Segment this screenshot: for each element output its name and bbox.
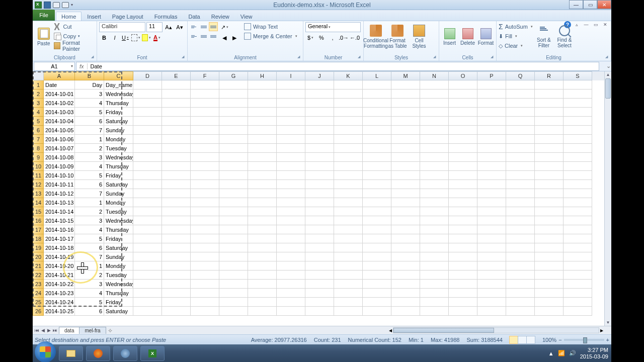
cell-E3[interactable] [162,99,191,108]
cell-N16[interactable] [420,216,449,225]
cell-Q19[interactable] [506,243,535,252]
cell-O5[interactable] [449,117,477,126]
cell-P4[interactable] [477,108,506,117]
sheet-tab-melfra[interactable]: mel-fra [79,327,106,334]
fill-button[interactable] [141,33,151,43]
cell-Q8[interactable] [506,144,535,153]
cell-M23[interactable] [391,280,420,289]
cell-G7[interactable] [219,135,248,144]
minimize-button[interactable]: — [569,0,583,9]
row-header-9[interactable]: 9 [33,153,44,162]
cell-A16[interactable]: 2014-10-15 [44,216,75,225]
cell-G19[interactable] [219,243,248,252]
cell-B17[interactable]: 4 [75,225,104,234]
cell-I22[interactable] [277,270,305,280]
cell-P23[interactable] [477,280,506,289]
decrease-decimal-button[interactable]: ←.0 [350,33,360,43]
cell-S21[interactable] [564,261,592,270]
cell-G26[interactable] [219,307,248,316]
cell-J22[interactable] [305,270,334,280]
cell-I19[interactable] [277,243,305,252]
cell-J1[interactable] [305,80,334,89]
cell-K10[interactable] [334,162,363,171]
cell-C19[interactable]: Saturday [104,243,133,252]
cell-S1[interactable] [564,80,592,89]
cell-J6[interactable] [305,126,334,135]
cell-M8[interactable] [391,144,420,153]
cell-O19[interactable] [449,243,477,252]
cell-M6[interactable] [391,126,420,135]
cell-O4[interactable] [449,108,477,117]
taskbar-excel[interactable]: X [140,346,165,361]
cell-I13[interactable] [277,189,305,198]
cell-R9[interactable] [535,153,564,162]
cell-R25[interactable] [535,298,564,307]
cell-F23[interactable] [191,280,219,289]
cell-N19[interactable] [420,243,449,252]
cell-O16[interactable] [449,216,477,225]
excel-icon[interactable] [35,2,42,9]
cell-K18[interactable] [334,234,363,243]
cell-C22[interactable]: Tuesday [104,270,133,280]
cell-E11[interactable] [162,171,191,180]
cell-D19[interactable] [133,243,162,252]
cell-F14[interactable] [191,198,219,207]
cell-H21[interactable] [248,261,277,270]
column-header-A[interactable]: A [44,71,75,80]
cell-K22[interactable] [334,270,363,280]
cell-G23[interactable] [219,280,248,289]
cell-P3[interactable] [477,99,506,108]
underline-button[interactable]: U [120,33,130,43]
cell-M12[interactable] [391,180,420,189]
cell-K13[interactable] [334,189,363,198]
cell-P24[interactable] [477,289,506,298]
cell-S2[interactable] [564,89,592,99]
row-header-21[interactable]: 21 [33,261,44,270]
cell-P25[interactable] [477,298,506,307]
cell-S22[interactable] [564,270,592,280]
cell-C17[interactable]: Thursday [104,225,133,234]
cell-Q1[interactable] [506,80,535,89]
cell-I11[interactable] [277,171,305,180]
cell-S17[interactable] [564,225,592,234]
cell-R5[interactable] [535,117,564,126]
cell-Q2[interactable] [506,89,535,99]
column-header-O[interactable]: O [449,71,477,80]
cell-J14[interactable] [305,198,334,207]
cell-H10[interactable] [248,162,277,171]
cell-B16[interactable]: 3 [75,216,104,225]
cell-I23[interactable] [277,280,305,289]
align-top-center[interactable] [199,22,208,31]
save-icon[interactable] [44,2,51,9]
cell-K6[interactable] [334,126,363,135]
cell-G16[interactable] [219,216,248,225]
cell-E26[interactable] [162,307,191,316]
cell-F16[interactable] [191,216,219,225]
cell-H17[interactable] [248,225,277,234]
cell-A21[interactable]: 2014-10-20 [44,261,75,270]
cell-S23[interactable] [564,280,592,289]
cell-C16[interactable]: Wednesday [104,216,133,225]
cell-G10[interactable] [219,162,248,171]
cell-Q14[interactable] [506,198,535,207]
cell-B8[interactable]: 2 [75,144,104,153]
cell-S12[interactable] [564,180,592,189]
cell-A7[interactable]: 2014-10-06 [44,135,75,144]
cell-R6[interactable] [535,126,564,135]
cell-B18[interactable]: 5 [75,234,104,243]
cell-N2[interactable] [420,89,449,99]
row-header-14[interactable]: 14 [33,198,44,207]
cell-Q18[interactable] [506,234,535,243]
cell-C11[interactable]: Friday [104,171,133,180]
cell-M17[interactable] [391,225,420,234]
cell-C14[interactable]: Monday [104,198,133,207]
cell-C5[interactable]: Saturday [104,117,133,126]
cell-B24[interactable]: 4 [75,289,104,298]
cell-K24[interactable] [334,289,363,298]
cell-Q25[interactable] [506,298,535,307]
cell-J23[interactable] [305,280,334,289]
cell-O12[interactable] [449,180,477,189]
cell-H26[interactable] [248,307,277,316]
cell-F3[interactable] [191,99,219,108]
cell-I16[interactable] [277,216,305,225]
